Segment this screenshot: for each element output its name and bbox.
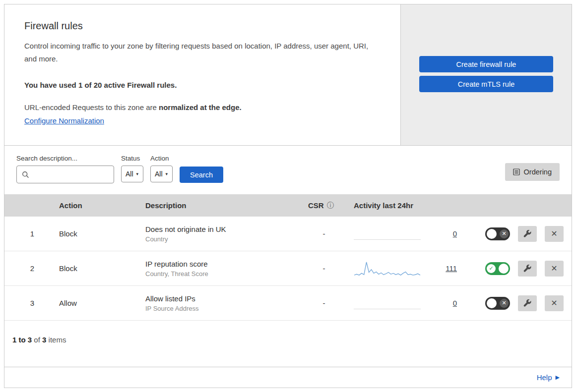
rule-action: Block bbox=[52, 264, 138, 273]
rule-controls: ✓ ✕ ✕ bbox=[477, 226, 564, 242]
delete-icon: ✕ bbox=[551, 298, 557, 308]
action-column-header: Action bbox=[52, 201, 138, 210]
search-group: Search description... bbox=[16, 155, 114, 183]
search-icon bbox=[22, 171, 29, 178]
edit-rule-button[interactable] bbox=[518, 295, 537, 311]
normalization-bold-text: normalized at the edge. bbox=[159, 103, 242, 112]
toggle-knob bbox=[487, 229, 497, 239]
rule-priority: 1 bbox=[12, 229, 52, 238]
action-dropdown[interactable]: All ▾ bbox=[150, 166, 173, 182]
delete-rule-button[interactable]: ✕ bbox=[545, 295, 564, 311]
csr-column-header: CSR ⓘ bbox=[301, 201, 347, 210]
configure-normalization-link[interactable]: Configure Normalization bbox=[24, 116, 104, 125]
rule-csr: - bbox=[301, 299, 347, 307]
actions-panel: Create firewall rule Create mTLS rule bbox=[401, 4, 572, 145]
activity-count-link[interactable]: 0 bbox=[453, 299, 457, 307]
search-box[interactable] bbox=[16, 166, 114, 183]
rule-description: Does not originate in UK bbox=[145, 225, 301, 233]
activity-sparkline-empty bbox=[354, 228, 421, 240]
enable-rule-toggle[interactable]: ✓ ✕ bbox=[485, 297, 510, 310]
rule-priority: 3 bbox=[12, 299, 52, 307]
delete-rule-button[interactable]: ✕ bbox=[545, 226, 564, 242]
rule-priority: 2 bbox=[12, 264, 52, 273]
help-link[interactable]: Help ▶ bbox=[537, 373, 560, 382]
wrench-icon bbox=[523, 299, 531, 307]
of-text: of bbox=[32, 336, 42, 344]
action-filter-group: Action All ▾ bbox=[150, 155, 173, 182]
create-mtls-rule-button[interactable]: Create mTLS rule bbox=[419, 76, 553, 92]
status-dropdown-value: All bbox=[126, 170, 133, 178]
toggle-knob bbox=[487, 298, 497, 308]
ordering-button-label: Ordering bbox=[524, 168, 552, 176]
rule-description: IP reputation score bbox=[145, 260, 301, 268]
ordering-icon bbox=[513, 168, 520, 175]
search-button[interactable]: Search bbox=[180, 167, 223, 183]
help-label: Help bbox=[537, 373, 552, 382]
page-description: Control incoming traffic to your zone by… bbox=[24, 40, 381, 66]
x-icon: ✕ bbox=[500, 299, 509, 308]
page-title: Firewall rules bbox=[24, 20, 381, 32]
action-label: Action bbox=[150, 155, 173, 162]
activity-count-link[interactable]: 111 bbox=[446, 264, 457, 273]
delete-icon: ✕ bbox=[551, 229, 557, 238]
status-dropdown[interactable]: All ▾ bbox=[121, 166, 143, 182]
normalization-note: URL-encoded Requests to this zone are no… bbox=[24, 103, 381, 112]
top-section: Firewall rules Control incoming traffic … bbox=[4, 4, 572, 146]
status-filter-group: Status All ▾ bbox=[121, 155, 143, 182]
usage-summary: You have used 1 of 20 active Firewall ru… bbox=[24, 81, 381, 89]
items-text: items bbox=[46, 336, 66, 344]
rule-description-cell: IP reputation score Country, Threat Scor… bbox=[138, 260, 301, 278]
rule-criteria: Country, Threat Score bbox=[145, 270, 301, 278]
action-dropdown-value: All bbox=[155, 170, 163, 178]
items-range: 1 to 3 bbox=[12, 336, 32, 344]
csr-column-label: CSR bbox=[308, 201, 324, 210]
intro-panel: Firewall rules Control incoming traffic … bbox=[4, 4, 401, 145]
chevron-down-icon: ▾ bbox=[136, 171, 139, 176]
delete-icon: ✕ bbox=[551, 264, 557, 273]
info-icon[interactable]: ⓘ bbox=[327, 201, 334, 210]
help-bar: Help ▶ bbox=[4, 367, 572, 388]
normalization-text: URL-encoded Requests to this zone are bbox=[24, 103, 159, 112]
wrench-icon bbox=[523, 265, 531, 273]
toggle-knob bbox=[499, 264, 509, 274]
table-header: Action Description CSR ⓘ Activity last 2… bbox=[4, 194, 572, 217]
x-icon: ✕ bbox=[500, 229, 509, 238]
wrench-icon bbox=[523, 230, 531, 238]
help-arrow-icon: ▶ bbox=[556, 374, 560, 381]
search-input[interactable] bbox=[32, 170, 109, 179]
rule-controls: ✓ ✕ ✕ bbox=[477, 261, 564, 277]
table-row: 2 Block IP reputation score Country, Thr… bbox=[4, 251, 572, 286]
activity-count-link[interactable]: 0 bbox=[453, 229, 457, 238]
enable-rule-toggle[interactable]: ✓ ✕ bbox=[485, 262, 510, 275]
rule-activity-cell: 111 bbox=[347, 260, 477, 277]
rule-csr: - bbox=[301, 229, 347, 238]
ordering-button[interactable]: Ordering bbox=[505, 163, 560, 181]
rule-criteria: Country bbox=[145, 235, 301, 243]
table-row: 3 Allow Allow listed IPs IP Source Addre… bbox=[4, 286, 572, 321]
filter-bar: Search description... Status All ▾ Actio… bbox=[4, 146, 572, 194]
rule-activity-cell: 0 bbox=[347, 297, 477, 309]
rule-description: Allow listed IPs bbox=[145, 294, 301, 303]
activity-column-header: Activity last 24hr bbox=[347, 201, 477, 210]
activity-sparkline bbox=[354, 260, 421, 277]
rule-csr: - bbox=[301, 264, 347, 273]
edit-rule-button[interactable] bbox=[518, 261, 537, 277]
rule-description-cell: Does not originate in UK Country bbox=[138, 225, 301, 243]
rule-description-cell: Allow listed IPs IP Source Address bbox=[138, 294, 301, 312]
rule-activity-cell: 0 bbox=[347, 228, 477, 240]
search-label: Search description... bbox=[16, 155, 114, 162]
rule-action: Block bbox=[52, 229, 138, 238]
edit-rule-button[interactable] bbox=[518, 226, 537, 242]
rule-criteria: IP Source Address bbox=[145, 305, 301, 312]
activity-sparkline-empty bbox=[354, 297, 421, 309]
firewall-rules-page: Firewall rules Control incoming traffic … bbox=[4, 4, 572, 388]
chevron-down-icon: ▾ bbox=[166, 171, 168, 176]
enable-rule-toggle[interactable]: ✓ ✕ bbox=[485, 227, 510, 240]
pagination-summary: 1 to 3 of 3 items bbox=[4, 321, 572, 354]
status-label: Status bbox=[121, 155, 143, 162]
check-icon: ✓ bbox=[487, 264, 496, 273]
rule-controls: ✓ ✕ ✕ bbox=[477, 295, 564, 311]
delete-rule-button[interactable]: ✕ bbox=[545, 261, 564, 277]
rule-action: Allow bbox=[52, 299, 138, 307]
create-firewall-rule-button[interactable]: Create firewall rule bbox=[419, 56, 553, 72]
